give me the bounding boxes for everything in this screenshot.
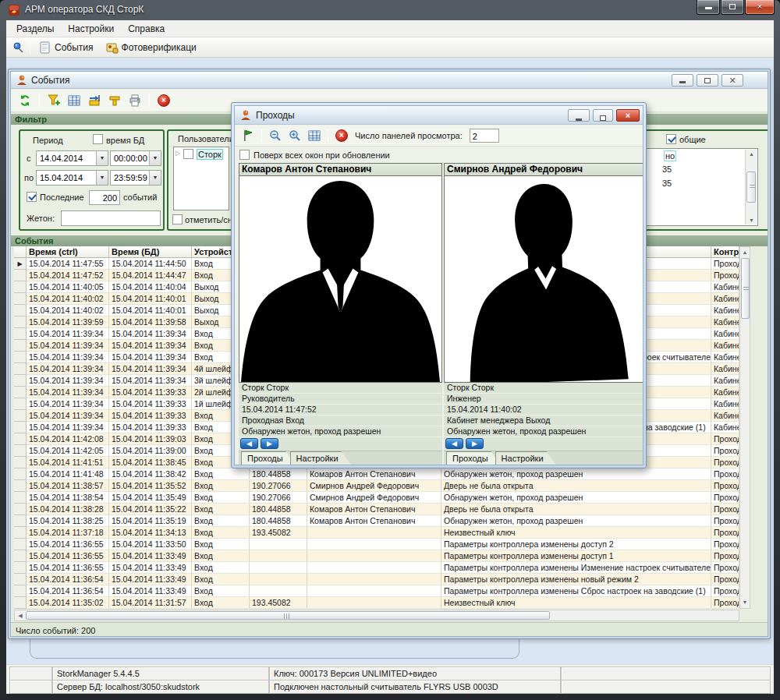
table-row[interactable]: 15.04.2014 11:35:02 15.04.2014 11:31:57 … [14, 597, 739, 609]
passages-titlebar[interactable]: Проходы × [235, 106, 643, 125]
users-tree[interactable]: ▷ Сторк [173, 147, 229, 210]
user-node-label[interactable]: Сторк [197, 149, 223, 160]
list-item[interactable]: но [664, 150, 676, 161]
scroll-down-icon[interactable]: ▼ [746, 217, 757, 223]
row-selector[interactable] [14, 410, 27, 422]
menu-help[interactable]: Справка [121, 22, 172, 36]
scroll-up-icon[interactable]: ▲ [746, 151, 757, 157]
row-selector[interactable] [14, 468, 27, 480]
filter-icon[interactable] [48, 94, 60, 107]
table-row[interactable]: 15.04.2014 11:38:25 15.04.2014 11:35:19 … [14, 515, 739, 527]
last-count-input[interactable]: 200 [89, 190, 120, 205]
last-events-checkbox[interactable] [27, 192, 37, 202]
common-list-scrollbar[interactable]: ▲ ▼ [745, 150, 757, 224]
grid-icon[interactable] [68, 94, 80, 107]
minimize-button[interactable] [697, 0, 720, 15]
passages-close-button[interactable]: × [616, 109, 640, 122]
tab-passages[interactable]: Проходы [446, 451, 502, 465]
events-minimize-button[interactable] [672, 74, 693, 87]
row-selector[interactable] [14, 422, 27, 433]
row-selector[interactable] [14, 574, 27, 585]
prev-arrow-icon[interactable]: ◀ [240, 438, 258, 449]
chevron-down-icon[interactable]: ▼ [149, 151, 161, 165]
on-top-checkbox[interactable] [239, 150, 250, 160]
row-selector[interactable] [14, 597, 27, 609]
row-selector[interactable] [14, 480, 27, 492]
table-row[interactable]: 15.04.2014 11:36:55 15.04.2014 11:33:49 … [14, 562, 739, 574]
tree-expand-icon[interactable]: ▷ [176, 150, 180, 157]
row-selector[interactable] [14, 539, 27, 550]
row-selector[interactable] [14, 585, 27, 597]
column-header[interactable]: Время (БД) [109, 246, 192, 258]
row-selector[interactable] [14, 270, 27, 281]
events-toolbar-button[interactable]: События [35, 40, 98, 55]
menu-settings[interactable]: Настройки [61, 22, 121, 36]
tab-settings[interactable]: Настройки [495, 451, 557, 465]
table-row[interactable]: 15.04.2014 11:41:48 15.04.2014 11:38:42 … [14, 468, 739, 480]
tab-passages[interactable]: Проходы [241, 451, 296, 465]
events-vertical-scrollbar[interactable]: ▲ ▼ [739, 246, 750, 609]
table-row[interactable]: 15.04.2014 11:36:55 15.04.2014 11:33:50 … [14, 539, 739, 550]
panels-count-input[interactable]: 2 [470, 129, 499, 143]
scrollbar-thumb[interactable] [746, 171, 756, 203]
table-row[interactable]: 15.04.2014 11:38:54 15.04.2014 11:35:49 … [14, 492, 739, 504]
row-selector[interactable] [14, 527, 27, 539]
row-selector[interactable] [14, 504, 27, 515]
photoverify-toolbar-button[interactable]: Фотоверификаци [102, 40, 200, 55]
events-restore-button[interactable] [697, 74, 718, 87]
column-header[interactable]: Контр ▴ [711, 246, 739, 258]
next-arrow-icon[interactable]: ▶ [261, 438, 278, 449]
row-selector[interactable]: ▶ [14, 258, 27, 270]
chevron-down-icon[interactable]: ▼ [149, 171, 161, 185]
chevron-down-icon[interactable]: ▼ [96, 151, 108, 165]
row-selector[interactable] [14, 340, 27, 352]
to-time-combo[interactable]: 23:59:59 ▼ [110, 170, 161, 186]
close-panel-icon[interactable]: × [158, 94, 170, 107]
row-selector[interactable] [14, 492, 27, 504]
scroll-down-icon[interactable]: ▼ [740, 598, 750, 607]
maximize-button[interactable] [721, 0, 744, 15]
table-row[interactable]: 15.04.2014 11:36:55 15.04.2014 11:33:49 … [14, 550, 739, 562]
list-item[interactable]: 35 [662, 179, 672, 188]
events-close-button[interactable]: ✕ [722, 74, 743, 87]
events-window-titlebar[interactable]: События ✕ [11, 72, 768, 89]
table-row[interactable]: 15.04.2014 11:36:54 15.04.2014 11:33:49 … [14, 574, 739, 585]
passages-restore-button[interactable] [593, 109, 613, 122]
row-selector[interactable] [14, 352, 27, 363]
chevron-down-icon[interactable]: ▼ [96, 171, 108, 185]
row-selector[interactable] [14, 433, 27, 445]
scroll-up-icon[interactable]: ▲ [740, 248, 750, 257]
passages-minimize-button[interactable] [568, 109, 590, 122]
menu-sections[interactable]: Разделы [9, 22, 61, 36]
token-input[interactable] [61, 210, 161, 226]
row-selector[interactable] [14, 375, 27, 387]
row-selector[interactable] [14, 293, 27, 305]
row-selector[interactable] [14, 562, 27, 574]
row-selector[interactable] [14, 316, 27, 328]
user-node-checkbox[interactable] [183, 149, 193, 159]
zoom-out-icon[interactable] [269, 129, 282, 142]
field-chooser-icon[interactable] [108, 94, 121, 107]
events-horizontal-scrollbar[interactable]: ◀ [14, 610, 739, 621]
row-selector[interactable] [14, 281, 27, 293]
row-selector[interactable] [14, 515, 27, 527]
row-selector[interactable] [14, 445, 27, 457]
grid-icon[interactable] [308, 129, 321, 142]
scroll-left-icon[interactable]: ◀ [15, 610, 26, 620]
print-icon[interactable] [129, 94, 141, 107]
close-button[interactable]: × [745, 0, 775, 15]
column-header[interactable]: Время (ctrl) [27, 246, 109, 258]
prev-arrow-icon[interactable]: ◀ [445, 438, 463, 449]
flag-icon[interactable] [242, 129, 254, 142]
from-time-combo[interactable]: 00:00:00 ▼ [110, 150, 161, 166]
next-arrow-icon[interactable]: ▶ [466, 438, 484, 449]
tab-settings[interactable]: Настройки [290, 451, 352, 465]
table-row[interactable]: 15.04.2014 11:37:18 15.04.2014 11:34:13 … [14, 527, 739, 539]
table-row[interactable]: 15.04.2014 11:38:28 15.04.2014 11:35:22 … [14, 504, 739, 515]
row-selector[interactable] [14, 398, 27, 410]
row-selector[interactable] [14, 363, 27, 375]
mark-all-checkbox[interactable] [172, 214, 183, 224]
row-selector[interactable] [14, 305, 27, 316]
row-selector[interactable] [14, 387, 27, 398]
close-panel-icon[interactable]: × [335, 129, 348, 142]
